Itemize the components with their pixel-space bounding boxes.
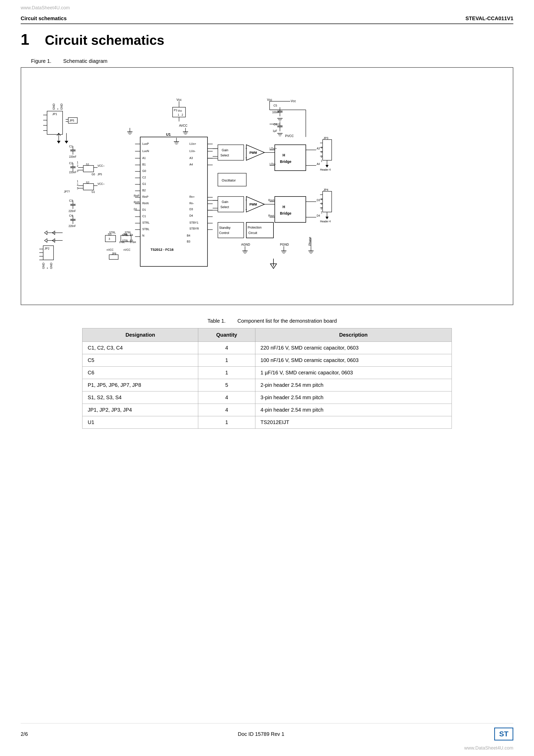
svg-text:STRL: STRL bbox=[109, 231, 116, 234]
svg-text:D1: D1 bbox=[142, 208, 146, 211]
table-row: C611 µF/16 V, SMD ceramic capacitor, 060… bbox=[82, 366, 452, 379]
footer-watermark: www.DataSheet4U.com bbox=[464, 745, 513, 751]
table-cell: 1 µF/16 V, SMD ceramic capacitor, 0603 bbox=[255, 366, 452, 379]
col-header-quantity: Quantity bbox=[198, 328, 255, 342]
svg-text:PWM: PWM bbox=[250, 151, 257, 155]
table-cell: 4 bbox=[198, 404, 255, 416]
svg-text:Control: Control bbox=[219, 231, 229, 235]
svg-text:+: + bbox=[245, 198, 247, 202]
svg-text:D3: D3 bbox=[189, 208, 193, 211]
svg-text:C2: C2 bbox=[142, 176, 146, 179]
svg-text:B3: B3 bbox=[187, 240, 190, 243]
svg-text:GND: GND bbox=[42, 263, 45, 269]
svg-text:STBY1: STBY1 bbox=[189, 221, 199, 224]
header-right: STEVAL-CCA011V1 bbox=[466, 15, 513, 21]
svg-text:RinP: RinP bbox=[134, 194, 139, 197]
table-cell: 100 nF/16 V, SMD ceramic capacitor, 0603 bbox=[255, 354, 452, 366]
svg-text:STBL: STBL bbox=[122, 239, 128, 242]
svg-text:LOut-: LOut- bbox=[270, 163, 276, 166]
svg-text:Rn-: Rn- bbox=[189, 202, 194, 205]
svg-text:A4: A4 bbox=[189, 163, 193, 166]
svg-text:G0: G0 bbox=[142, 169, 146, 173]
section-number: 1 bbox=[21, 32, 29, 47]
svg-text:C3: C3 bbox=[69, 199, 73, 202]
svg-text:LUo-: LUo- bbox=[189, 149, 196, 152]
svg-text:P1: P1 bbox=[174, 109, 177, 112]
table-row: U11TS2012EIJT bbox=[82, 416, 452, 429]
svg-text:C6: C6 bbox=[274, 123, 277, 126]
svg-text:Bridge: Bridge bbox=[280, 159, 292, 164]
section-title: 1 Circuit schematics bbox=[21, 32, 513, 48]
table-label: Table 1. Component list for the demonstr… bbox=[21, 318, 513, 324]
svg-text:G0: G0 bbox=[92, 173, 95, 176]
svg-text:B4: B4 bbox=[187, 234, 190, 237]
svg-text:LOut+: LOut+ bbox=[270, 147, 277, 150]
svg-text:−: − bbox=[245, 156, 247, 160]
table-cell: C1, C2, C3, C4 bbox=[82, 342, 198, 354]
svg-text:U1: U1 bbox=[166, 132, 171, 137]
svg-text:GND: GND bbox=[60, 103, 63, 110]
svg-text:2: 2 bbox=[321, 207, 322, 210]
svg-text:Select: Select bbox=[221, 153, 229, 157]
table-row: C1, C2, C3, C44220 nF/16 V, SMD ceramic … bbox=[82, 342, 452, 354]
svg-text:220nF: 220nF bbox=[68, 225, 76, 228]
schematic-svg: GND + GND JP1 JP5 C1 bbox=[21, 68, 513, 305]
svg-text:Select: Select bbox=[221, 205, 229, 209]
figure-label-text: Figure 1. bbox=[31, 58, 51, 64]
table-cell: U1 bbox=[82, 416, 198, 429]
section-name: Circuit schematics bbox=[45, 32, 164, 48]
svg-text:STBYR: STBYR bbox=[189, 227, 199, 230]
svg-text:N: N bbox=[142, 234, 144, 237]
table-cell: 4 bbox=[198, 392, 255, 404]
header-bar: Circuit schematics STEVAL-CCA011V1 bbox=[21, 15, 513, 24]
table-row: P1, JP5, JP6, JP7, JP852-pin header 2.54… bbox=[82, 379, 452, 392]
page: www.DataSheet4U.com Circuit schematics S… bbox=[0, 0, 534, 756]
svg-text:JP1: JP1 bbox=[52, 113, 57, 116]
svg-text:3: 3 bbox=[77, 187, 78, 190]
svg-text:PVCC: PVCC bbox=[285, 134, 294, 138]
schematic-diagram: GND + GND JP1 JP5 C1 bbox=[21, 67, 513, 305]
svg-text:PWM: PWM bbox=[250, 203, 257, 206]
svg-text:A1: A1 bbox=[142, 156, 146, 159]
svg-text:JP5: JP5 bbox=[97, 173, 102, 176]
svg-text:2: 2 bbox=[77, 183, 78, 186]
svg-text:D4: D4 bbox=[317, 214, 320, 217]
figure-label: Figure 1. Schematic diagram bbox=[21, 58, 513, 64]
svg-text:PGND: PGND bbox=[280, 243, 289, 246]
svg-text:+: + bbox=[46, 267, 49, 269]
table-cell: JP1, JP2, JP3, JP4 bbox=[82, 404, 198, 416]
svg-text:STBL: STBL bbox=[122, 234, 128, 236]
svg-text:3: 3 bbox=[109, 238, 110, 240]
svg-text:RinN: RinN bbox=[134, 201, 139, 204]
table-cell: 1 bbox=[198, 416, 255, 429]
col-header-designation: Designation bbox=[82, 328, 198, 342]
svg-text:≡VCC: ≡VCC bbox=[106, 249, 114, 251]
svg-text:D1: D1 bbox=[134, 208, 137, 211]
svg-text:LuoN: LuoN bbox=[142, 149, 149, 152]
svg-text:Phase: Phase bbox=[308, 237, 312, 246]
table-cell: 1 bbox=[198, 354, 255, 366]
svg-text:Vcc: Vcc bbox=[291, 99, 296, 103]
svg-text:Oscillator: Oscillator bbox=[222, 178, 236, 182]
svg-text:A4: A4 bbox=[317, 163, 320, 166]
svg-text:H: H bbox=[282, 205, 285, 209]
svg-text:G1: G1 bbox=[142, 182, 146, 185]
svg-text:B1: B1 bbox=[142, 163, 146, 166]
svg-text:Gain: Gain bbox=[222, 200, 228, 204]
table-cell: C6 bbox=[82, 366, 198, 379]
svg-text:1: 1 bbox=[77, 161, 78, 164]
svg-text:2: 2 bbox=[321, 155, 322, 158]
svg-text:B3: B3 bbox=[130, 239, 133, 242]
svg-text:JP7?: JP7? bbox=[64, 190, 70, 193]
svg-text:VCC○: VCC○ bbox=[97, 164, 104, 167]
table-cell: 3-pin header 2.54 mm pitch bbox=[255, 392, 452, 404]
svg-text:JP5: JP5 bbox=[69, 119, 74, 122]
header-left: Circuit schematics bbox=[21, 15, 67, 21]
table-row: C51100 nF/16 V, SMD ceramic capacitor, 0… bbox=[82, 354, 452, 366]
svg-text:+: + bbox=[56, 108, 59, 110]
svg-text:Rn+: Rn+ bbox=[189, 195, 195, 198]
col-header-description: Description bbox=[255, 328, 452, 342]
svg-text:1: 1 bbox=[77, 180, 78, 183]
table-cell: 1 bbox=[198, 366, 255, 379]
svg-text:220nF: 220nF bbox=[69, 171, 76, 174]
